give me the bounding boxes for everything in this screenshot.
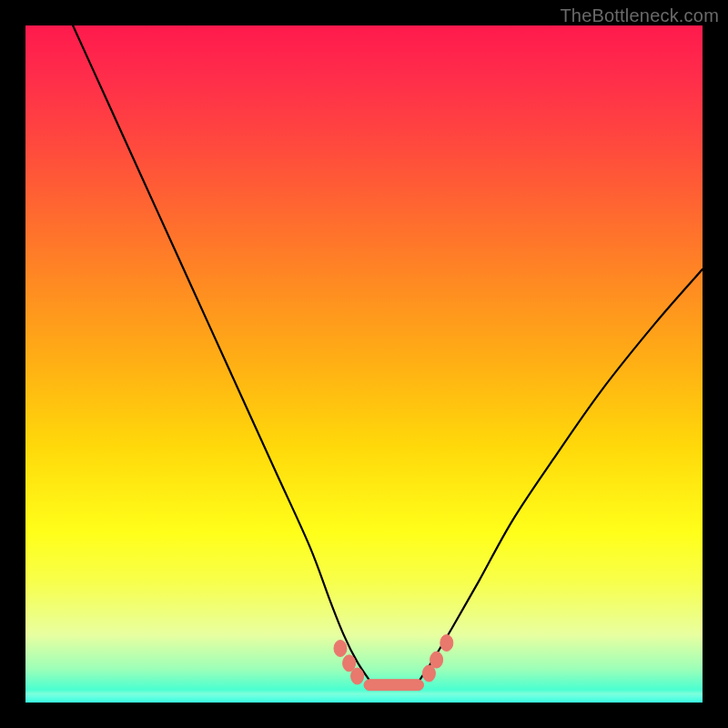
left-curve (73, 25, 370, 682)
curves-layer (25, 25, 703, 703)
bottleneck-marker (440, 635, 453, 652)
plot-area (25, 25, 703, 703)
bottleneck-marker (351, 668, 364, 684)
bottleneck-flat-marker (364, 680, 424, 691)
bottleneck-marker (334, 641, 347, 657)
right-curve (419, 269, 703, 682)
outer-frame: TheBottleneck.com (0, 0, 728, 728)
bottleneck-markers (334, 635, 453, 685)
bottleneck-marker (422, 665, 435, 682)
watermark-text: TheBottleneck.com (560, 5, 719, 26)
bottleneck-marker (430, 652, 443, 668)
